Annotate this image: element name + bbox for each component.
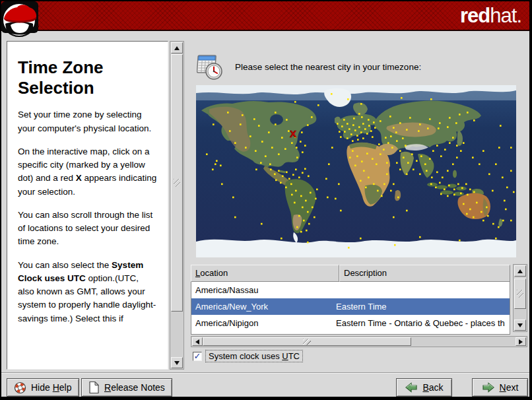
city-dot[interactable]: [232, 197, 234, 199]
city-dot[interactable]: [442, 177, 444, 179]
city-dot[interactable]: [364, 128, 366, 130]
city-dot[interactable]: [213, 123, 215, 125]
city-dot[interactable]: [452, 163, 454, 165]
city-dot[interactable]: [284, 148, 286, 150]
city-dot[interactable]: [385, 137, 387, 139]
city-dot[interactable]: [352, 150, 354, 152]
city-dot[interactable]: [386, 174, 388, 176]
city-dot[interactable]: [510, 147, 512, 149]
city-dot[interactable]: [352, 140, 354, 142]
city-dot[interactable]: [307, 242, 309, 244]
city-dot[interactable]: [467, 112, 469, 114]
city-dot[interactable]: [449, 117, 451, 119]
city-dot[interactable]: [340, 210, 342, 212]
city-dot[interactable]: [373, 121, 375, 123]
city-dot[interactable]: [418, 130, 420, 132]
city-dot[interactable]: [311, 116, 313, 118]
city-dot[interactable]: [361, 116, 363, 118]
city-dot[interactable]: [260, 162, 262, 164]
city-dot[interactable]: [363, 170, 365, 172]
city-dot[interactable]: [456, 145, 458, 147]
city-dot[interactable]: [430, 98, 432, 100]
city-dot[interactable]: [482, 220, 484, 222]
city-dot[interactable]: [292, 174, 294, 176]
city-dot[interactable]: [366, 152, 368, 154]
city-dot[interactable]: [360, 131, 362, 133]
city-dot[interactable]: [271, 147, 273, 149]
column-header-description[interactable]: Description: [339, 265, 510, 282]
city-dot[interactable]: [420, 155, 422, 157]
city-dot[interactable]: [429, 158, 431, 160]
city-dot[interactable]: [280, 182, 282, 184]
city-dot[interactable]: [406, 174, 408, 176]
city-dot[interactable]: [362, 123, 364, 125]
city-dot[interactable]: [304, 168, 306, 170]
city-dot[interactable]: [325, 178, 327, 180]
city-dot[interactable]: [296, 226, 298, 228]
city-dot[interactable]: [360, 103, 362, 105]
city-dot[interactable]: [456, 156, 458, 158]
city-dot[interactable]: [393, 183, 395, 185]
city-dot[interactable]: [301, 131, 303, 133]
city-dot[interactable]: [308, 223, 310, 225]
city-dot[interactable]: [378, 143, 380, 145]
city-dot[interactable]: [460, 150, 462, 152]
next-button[interactable]: Next: [472, 378, 528, 397]
city-dot[interactable]: [368, 119, 370, 121]
city-dot[interactable]: [245, 147, 247, 149]
city-dot[interactable]: [304, 145, 306, 147]
city-dot[interactable]: [473, 191, 475, 193]
city-dot[interactable]: [281, 238, 283, 240]
city-dot[interactable]: [307, 211, 309, 213]
city-dot[interactable]: [411, 153, 413, 155]
city-dot[interactable]: [362, 137, 364, 139]
city-dot[interactable]: [416, 160, 418, 162]
city-dot[interactable]: [268, 131, 270, 133]
city-dot[interactable]: [347, 98, 349, 100]
city-dot[interactable]: [396, 140, 398, 142]
city-dot[interactable]: [473, 119, 475, 121]
city-dot[interactable]: [391, 147, 393, 149]
city-dot[interactable]: [452, 137, 454, 139]
city-dot[interactable]: [510, 220, 512, 222]
city-dot[interactable]: [438, 127, 440, 129]
city-dot[interactable]: [466, 213, 468, 215]
city-dot[interactable]: [278, 170, 280, 172]
city-dot[interactable]: [393, 127, 395, 129]
city-dot[interactable]: [300, 195, 302, 197]
city-dot[interactable]: [372, 136, 374, 138]
city-dot[interactable]: [479, 163, 481, 165]
city-dot[interactable]: [406, 129, 408, 131]
city-dot[interactable]: [370, 130, 372, 132]
city-dot[interactable]: [229, 130, 231, 132]
city-dot[interactable]: [275, 180, 277, 182]
city-dot[interactable]: [270, 168, 272, 170]
city-dot[interactable]: [347, 123, 349, 125]
city-dot[interactable]: [402, 137, 404, 139]
city-dot[interactable]: [419, 174, 421, 176]
world-map[interactable]: X: [196, 85, 516, 257]
city-dot[interactable]: [455, 122, 457, 124]
city-dot[interactable]: [513, 191, 515, 193]
city-dot[interactable]: [374, 127, 376, 129]
timezone-list[interactable]: America/NassauAmerica/New_YorkEastern Ti…: [191, 282, 510, 335]
city-dot[interactable]: [234, 217, 236, 218]
city-dot[interactable]: [348, 247, 350, 249]
city-dot[interactable]: [366, 133, 368, 135]
city-dot[interactable]: [506, 187, 508, 189]
city-dot[interactable]: [482, 150, 484, 152]
city-dot[interactable]: [265, 155, 267, 157]
city-dot[interactable]: [440, 193, 442, 195]
city-dot[interactable]: [399, 122, 401, 124]
city-dot[interactable]: [488, 174, 490, 176]
city-dot[interactable]: [444, 189, 446, 191]
city-dot[interactable]: [457, 183, 459, 185]
city-dot[interactable]: [472, 156, 474, 158]
city-dot[interactable]: [405, 145, 407, 147]
city-dot[interactable]: [296, 147, 298, 149]
city-dot[interactable]: [393, 217, 395, 218]
city-dot[interactable]: [212, 168, 214, 170]
city-dot[interactable]: [492, 223, 494, 225]
city-dot[interactable]: [240, 123, 242, 125]
city-dot[interactable]: [302, 207, 304, 209]
